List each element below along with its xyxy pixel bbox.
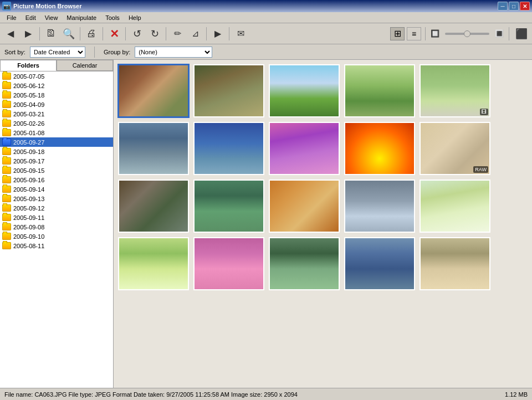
- adjust-button[interactable]: ⊿: [187, 25, 203, 42]
- menu-file[interactable]: File: [2, 13, 21, 22]
- folder-item[interactable]: 2005-09-13: [0, 194, 113, 203]
- menu-bar: FileEditViewManipulateToolsHelp: [0, 12, 532, 23]
- zoom-slider[interactable]: [445, 33, 489, 35]
- folder-icon: [2, 157, 11, 165]
- toolbar-separator-3: [103, 27, 103, 40]
- photo-thumbnail[interactable]: [269, 64, 340, 117]
- folder-label: 2005-09-13: [13, 196, 44, 202]
- folder-item[interactable]: 2005-05-18: [0, 90, 113, 100]
- list-view-button[interactable]: ≡: [407, 27, 421, 40]
- photo-thumbnail[interactable]: [118, 237, 189, 290]
- folder-label: 2005-04-09: [13, 101, 44, 108]
- photo-thumbnail[interactable]: [193, 64, 264, 117]
- photo-thumbnail[interactable]: [118, 180, 189, 233]
- folder-item[interactable]: 2005-09-11: [0, 213, 113, 222]
- zoom-out-button[interactable]: 🔲: [429, 25, 441, 42]
- folder-item[interactable]: 2005-06-12: [0, 81, 113, 90]
- toolbar-separator-8: [425, 27, 426, 40]
- toolbar: ◀ ▶ 🖻 🔍 🖨 ✕ ↺ ↻ ✏ ⊿ ▶ ✉ ⊞ ≡ 🔲 🔳 ⬛: [0, 23, 532, 44]
- photo-thumbnail[interactable]: [193, 180, 264, 233]
- rotate-ccw-button[interactable]: ↺: [129, 25, 145, 42]
- folder-item[interactable]: 2005-09-16: [0, 175, 113, 184]
- forward-button[interactable]: ▶: [20, 25, 37, 42]
- photo-thumbnail[interactable]: [344, 64, 415, 117]
- folder-label: 2005-08-11: [13, 243, 44, 249]
- photo-thumbnail[interactable]: [118, 122, 189, 175]
- fullscreen-button[interactable]: ⬛: [513, 25, 530, 42]
- folder-item[interactable]: 2005-08-11: [0, 241, 113, 250]
- browse-button[interactable]: 🔍: [60, 25, 77, 42]
- tab-calendar[interactable]: Calendar: [57, 60, 113, 71]
- folder-icon: [2, 110, 11, 117]
- folder-label: 2005-09-16: [13, 177, 44, 183]
- folder-label: 2005-09-12: [13, 205, 44, 212]
- folder-icon: [2, 176, 11, 183]
- sort-dropdown[interactable]: Date Created: [30, 47, 85, 58]
- photo-thumbnail[interactable]: [193, 237, 264, 290]
- photo-badge: RAW: [473, 166, 488, 173]
- import-button[interactable]: 🖻: [43, 25, 59, 42]
- menu-view[interactable]: View: [40, 13, 63, 22]
- menu-manipulate[interactable]: Manipulate: [62, 13, 101, 22]
- back-button[interactable]: ◀: [2, 25, 19, 42]
- zoom-in-button[interactable]: 🔳: [494, 25, 505, 42]
- photo-thumbnail[interactable]: [344, 122, 415, 175]
- photo-thumbnail[interactable]: [420, 237, 490, 290]
- folder-item[interactable]: 2005-09-08: [0, 222, 113, 232]
- app-icon: 📷: [2, 2, 11, 11]
- tab-folders[interactable]: Folders: [0, 60, 57, 71]
- delete-button[interactable]: ✕: [106, 25, 122, 42]
- print-button[interactable]: 🖨: [83, 25, 100, 42]
- folder-item[interactable]: 2005-02-26: [0, 119, 113, 128]
- sort-bar: Sort by: Date Created Group by: (None): [0, 44, 532, 60]
- photo-thumbnail[interactable]: [118, 64, 189, 117]
- photo-badge: 🎞: [480, 109, 488, 115]
- folder-item[interactable]: 2005-09-17: [0, 156, 113, 166]
- menu-tools[interactable]: Tools: [101, 13, 124, 22]
- folder-icon: [2, 148, 11, 155]
- folder-label: 2005-09-10: [13, 233, 44, 240]
- menu-help[interactable]: Help: [124, 13, 146, 22]
- rotate-cw-button[interactable]: ↻: [146, 25, 163, 42]
- photo-thumbnail[interactable]: [269, 180, 340, 233]
- file-info: File name: CA063.JPG File type: JPEG For…: [4, 391, 298, 398]
- close-button[interactable]: ✕: [520, 2, 530, 11]
- email-button[interactable]: ✉: [232, 25, 249, 42]
- folder-item[interactable]: 2005-09-27: [0, 137, 113, 147]
- photo-thumbnail[interactable]: [269, 237, 340, 290]
- folder-item[interactable]: 2005-07-05: [0, 71, 113, 81]
- thumbnail-view-button[interactable]: ⊞: [390, 27, 405, 40]
- group-dropdown[interactable]: (None): [135, 47, 212, 58]
- photo-thumbnail[interactable]: [269, 122, 340, 175]
- photo-thumbnail[interactable]: [420, 180, 490, 233]
- folder-item[interactable]: 2005-09-10: [0, 232, 113, 241]
- maximize-button[interactable]: □: [509, 2, 519, 11]
- folder-icon: [2, 214, 11, 221]
- photo-thumbnail[interactable]: 🎞: [420, 64, 490, 117]
- photo-thumbnail[interactable]: RAW: [420, 122, 490, 175]
- edit-button[interactable]: ✏: [169, 25, 186, 42]
- folder-label: 2005-06-12: [13, 83, 44, 89]
- photo-thumbnail[interactable]: [344, 180, 415, 233]
- menu-edit[interactable]: Edit: [21, 13, 40, 22]
- zoom-slider-thumb[interactable]: [464, 30, 470, 37]
- folder-item[interactable]: 2005-03-21: [0, 109, 113, 119]
- photo-thumbnail[interactable]: [344, 237, 415, 290]
- folder-icon: [2, 73, 11, 80]
- folder-item[interactable]: 2005-09-14: [0, 184, 113, 194]
- photo-thumbnail[interactable]: [193, 122, 264, 175]
- folder-item[interactable]: 2005-09-12: [0, 203, 113, 213]
- slideshow-button[interactable]: ▶: [209, 25, 226, 42]
- photo-area[interactable]: 🎞RAW: [114, 60, 532, 388]
- folder-item[interactable]: 2005-04-09: [0, 100, 113, 109]
- minimize-button[interactable]: ─: [498, 2, 508, 11]
- photo-row: [118, 237, 528, 290]
- folder-item[interactable]: 2005-09-15: [0, 166, 113, 175]
- folder-item[interactable]: 2005-01-08: [0, 128, 113, 137]
- toolbar-right: ⊞ ≡ 🔲 🔳 ⬛: [390, 25, 530, 42]
- title-buttons: ─ □ ✕: [498, 2, 530, 11]
- folder-icon: [2, 242, 11, 249]
- folder-icon: [2, 101, 11, 108]
- folder-item[interactable]: 2005-09-18: [0, 147, 113, 156]
- folder-label: 2005-05-18: [13, 92, 44, 99]
